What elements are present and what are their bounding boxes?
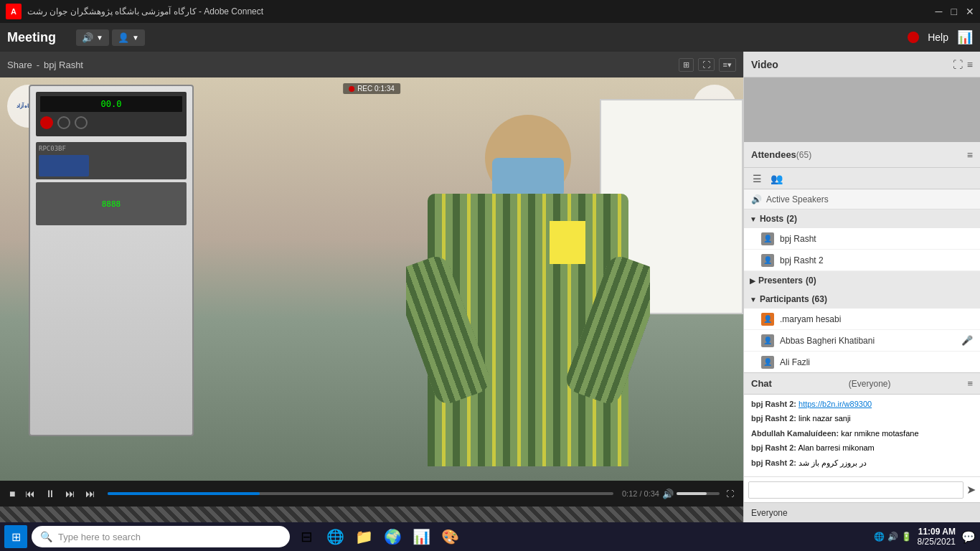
share-header-left: Share - bpj Rasht	[7, 60, 83, 70]
taskbar-app-taskview[interactable]: ⊟	[294, 524, 319, 549]
chat-scope: (Everyone)	[849, 379, 891, 389]
host-name-1: bpj Rasht	[780, 234, 973, 244]
participant-avatar-1: 👤	[761, 313, 774, 326]
chat-sender-3: Abdullah Kamaluídeen:	[751, 429, 839, 438]
windows-logo: ⊞	[11, 530, 21, 544]
participant-row-3[interactable]: 👤 Ali Fazli	[744, 352, 980, 372]
chat-sender-5: bpj Rasht 2:	[751, 458, 796, 467]
chat-msg-3: Abdullah Kamaluídeen: kar nmikne motasfa…	[751, 428, 973, 439]
fullscreen-button[interactable]: ⛶	[698, 58, 715, 71]
hosts-section-header[interactable]: ▼ Hosts (2)	[744, 209, 980, 228]
share-dash: -	[37, 60, 39, 70]
host-row-1[interactable]: 👤 bpj Rasht	[744, 228, 980, 250]
video-controls-bar: ■ ⏮ ⏸ ⏭ ⏭ 0:12 / 0:34 🔊 ⛶	[0, 481, 743, 507]
taskbar-app-explorer[interactable]: 📁	[352, 524, 376, 549]
start-button[interactable]: ⊞	[4, 525, 27, 548]
clock-time: 11:09 AM	[918, 527, 956, 537]
chat-msg-1: bpj Rasht 2: https://b2n.ir/w89300	[751, 399, 973, 410]
chat-msg-5: bpj Rasht 2: در بروزر کروم باز شد	[751, 458, 973, 468]
participant-name-2: Abbas Bagheri Khatibani	[780, 336, 956, 346]
chat-link-1[interactable]: https://b2n.ir/w89300	[798, 400, 872, 408]
attendees-toolbar: ☰ 👥	[744, 168, 980, 189]
clock-date: 8/25/2021	[918, 537, 956, 547]
taskbar-app-chrome[interactable]: 🌍	[380, 524, 405, 549]
right-panel: Video ⛶ ≡ Attendees (65) ≡ ☰ 👥 🔊 Active …	[743, 52, 980, 522]
volume-icon: 🔊	[662, 489, 674, 499]
speaker-status-icon: 🔊	[751, 194, 762, 204]
hosts-label: Hosts	[760, 214, 783, 224]
video-header-controls: ⛶ ≡	[953, 59, 973, 70]
maximize-button[interactable]: □	[951, 6, 957, 17]
fullscreen-ctrl-button[interactable]: ⛶	[722, 488, 738, 499]
taskbar-app-edge[interactable]: 🌐	[323, 524, 347, 549]
audio-controls: 🔊 ▼ 👤 ▼	[76, 29, 145, 46]
participant-avatar-3: 👤	[761, 356, 774, 369]
equipment-cabinet: 00.0 RPC03BF 8888	[29, 85, 194, 436]
left-panel: Share - bpj Rasht ⊞ ⛶ ≡▾ 00.0	[0, 52, 743, 522]
attendees-header: Attendees (65) ≡	[744, 142, 980, 168]
video-fullscreen-button[interactable]: ⛶	[953, 59, 963, 70]
host-name-2: bpj Rasht 2	[780, 255, 973, 265]
volume-track[interactable]	[677, 492, 720, 495]
person-area	[406, 115, 650, 481]
pause-button[interactable]: ⏸	[42, 486, 59, 501]
list-view-button[interactable]: ☰	[750, 171, 765, 186]
progress-track[interactable]	[108, 492, 613, 495]
adobe-logo: A	[6, 4, 22, 19]
taskbar-search[interactable]: 🔍 Type here to search	[32, 526, 290, 547]
excel-icon: 📊	[413, 528, 430, 545]
active-speakers-label: Active Speakers	[766, 194, 829, 204]
participants-count: (63)	[812, 294, 827, 304]
stop-button[interactable]: ■	[6, 486, 19, 501]
skip-button[interactable]: ⏭	[82, 486, 99, 501]
video-container: 00.0 RPC03BF 8888	[0, 77, 743, 481]
participants-label: Participants	[760, 294, 809, 304]
attendees-list: ▼ Hosts (2) 👤 bpj Rasht 👤 bpj Rasht 2 ▶ …	[744, 209, 980, 372]
participant-row-2[interactable]: 👤 Abbas Bagheri Khatibani 🎤	[744, 330, 980, 352]
host-avatar-1: 👤	[761, 232, 774, 245]
share-menu-button[interactable]: ≡▾	[719, 58, 736, 72]
attendees-count: (65)	[796, 150, 811, 160]
chat-section: Chat (Everyone) ≡ bpj Rasht 2: https://b…	[744, 372, 980, 522]
next-button[interactable]: ⏭	[62, 486, 79, 501]
chat-input[interactable]	[748, 481, 963, 499]
camera-button[interactable]: 👤 ▼	[112, 29, 145, 46]
audio-button[interactable]: 🔊 ▼	[76, 29, 109, 46]
minimize-button[interactable]: ─	[936, 6, 943, 17]
share-header-right: ⊞ ⛶ ≡▾	[679, 58, 736, 72]
grid-view-button[interactable]: 👥	[768, 171, 786, 186]
progress-fill	[108, 492, 259, 495]
video-thumbnail-area	[744, 77, 980, 142]
window-title: كارگاه آموزشی باشگاه پژوهشگران جوان رشت …	[27, 6, 263, 17]
notification-button[interactable]: 💬	[961, 530, 976, 544]
participants-section-header[interactable]: ▼ Participants (63)	[744, 290, 980, 309]
participant-avatar-2: 👤	[761, 334, 774, 347]
chat-msg-4: bpj Rasht 2: Alan barresi mikonam	[751, 443, 973, 453]
system-clock[interactable]: 11:09 AM 8/25/2021	[918, 527, 956, 547]
taskbar-app-excel[interactable]: 📊	[409, 524, 433, 549]
help-button[interactable]: Help	[928, 32, 948, 43]
presenters-count: (0)	[806, 276, 816, 286]
participant-row-1[interactable]: 👤 .maryam hesabi	[744, 309, 980, 330]
close-button[interactable]: ✕	[966, 6, 974, 17]
chat-input-row: ➤	[744, 476, 980, 502]
chat-send-button[interactable]: ➤	[966, 483, 976, 496]
taskbar-app-paint[interactable]: 🎨	[438, 524, 462, 549]
chat-menu-button[interactable]: ≡	[967, 378, 973, 389]
prev-button[interactable]: ⏮	[22, 486, 39, 501]
attendees-menu-button[interactable]: ≡	[967, 149, 973, 161]
video-placeholder: 00.0 RPC03BF 8888	[0, 77, 743, 481]
app-title: Meeting	[7, 30, 56, 45]
presenters-section-header[interactable]: ▶ Presenters (0)	[744, 271, 980, 290]
chat-text-2: link nazar sanji	[798, 414, 851, 423]
camera-arrow: ▼	[132, 34, 139, 42]
layout-icon-button[interactable]: ⊞	[679, 58, 694, 72]
taskbar: ⊞ 🔍 Type here to search ⊟ 🌐 📁 🌍 📊 🎨 🌐 🔊 …	[0, 522, 980, 551]
host-row-2[interactable]: 👤 bpj Rasht 2	[744, 250, 980, 271]
chat-header: Chat (Everyone) ≡	[744, 373, 980, 395]
video-menu-button[interactable]: ≡	[967, 59, 973, 70]
title-bar: A كارگاه آموزشی باشگاه پژوهشگران جوان رش…	[0, 0, 980, 23]
presenters-label: Presenters	[758, 276, 803, 286]
menu-bar-right: Help 📊	[908, 29, 973, 45]
tray-icons: 🌐 🔊 🔋	[874, 532, 912, 542]
